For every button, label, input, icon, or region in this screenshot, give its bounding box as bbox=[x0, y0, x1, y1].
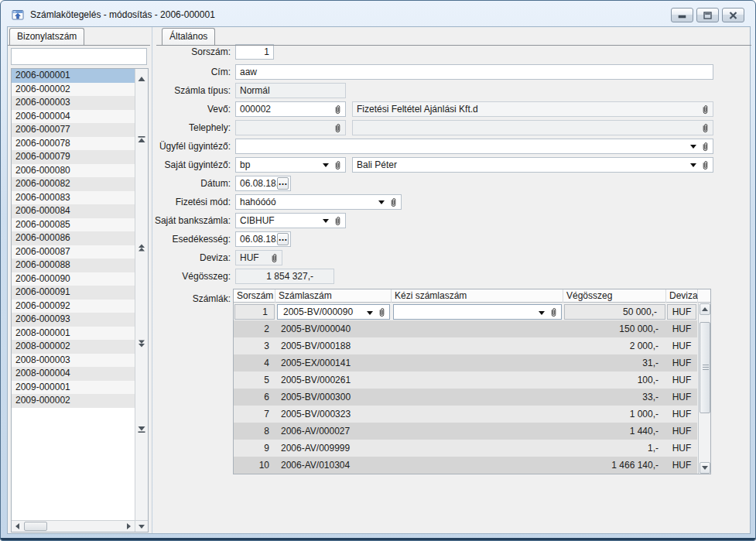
document-list-item[interactable]: 2006-000088 bbox=[12, 259, 135, 272]
list-horizontal-scrollbar[interactable] bbox=[12, 520, 135, 532]
tab-altalanos[interactable]: Általános bbox=[162, 28, 215, 45]
telephely-code-field[interactable] bbox=[235, 120, 346, 135]
document-list-item[interactable]: 2006-000004 bbox=[12, 110, 135, 124]
document-list-item[interactable]: 2006-000077 bbox=[12, 123, 135, 137]
manual-invoice-number-combo[interactable] bbox=[392, 440, 563, 457]
manual-invoice-number-combo[interactable] bbox=[393, 304, 562, 320]
document-list-item[interactable]: 2006-000090 bbox=[12, 272, 135, 286]
document-list-item[interactable]: 2008-000004 bbox=[12, 367, 135, 381]
invoice-number-combo[interactable]: 2006-AV/009999 bbox=[275, 440, 392, 457]
scroll-right-button[interactable] bbox=[124, 522, 134, 531]
invoice-table-row[interactable]: 4 2005-EX/000141 31,- HUF bbox=[234, 354, 697, 372]
invoice-table-row[interactable]: 1 2005-BV/000090 50 000,- HUF bbox=[234, 303, 697, 320]
col-header-deviza[interactable]: Deviza bbox=[666, 289, 698, 303]
document-list-item[interactable]: 2006-000082 bbox=[12, 177, 135, 191]
horizontal-scroll-thumb[interactable] bbox=[24, 522, 47, 531]
invoice-number-combo[interactable]: 2006-AV/000027 bbox=[275, 423, 392, 440]
document-list-item[interactable]: 2006-000083 bbox=[12, 191, 135, 205]
document-list-item[interactable]: 2006-000085 bbox=[12, 218, 135, 232]
minimize-button[interactable] bbox=[671, 8, 693, 22]
invoice-table-row[interactable]: 7 2005-BV/000323 1 000,- HUF bbox=[234, 406, 697, 423]
dropdown-arrow-icon[interactable] bbox=[378, 200, 385, 204]
col-header-szamlaszam[interactable]: Számlaszám bbox=[275, 289, 392, 303]
date-picker-button[interactable]: … bbox=[277, 177, 289, 190]
ugyfel-ugyintezo-combo[interactable] bbox=[235, 139, 713, 154]
attachment-paperclip-icon[interactable] bbox=[271, 253, 278, 263]
attachment-paperclip-icon[interactable] bbox=[378, 307, 385, 317]
dropdown-arrow-icon[interactable] bbox=[690, 163, 696, 167]
col-header-sorszam[interactable]: Sorszám bbox=[234, 289, 275, 303]
document-list-item[interactable]: 2006-000078 bbox=[12, 137, 135, 151]
document-list-item[interactable]: 2006-000080 bbox=[12, 164, 135, 178]
document-list-item[interactable]: 2009-000001 bbox=[12, 381, 135, 395]
maximize-button[interactable] bbox=[696, 8, 719, 22]
table-scroll-down-button[interactable] bbox=[700, 462, 710, 474]
close-button[interactable] bbox=[722, 8, 744, 22]
invoice-number-combo[interactable]: 2005-BV/000261 bbox=[275, 372, 392, 389]
attachment-paperclip-icon[interactable] bbox=[702, 123, 709, 133]
col-header-vegosszeg[interactable]: Végösszeg bbox=[563, 289, 666, 303]
document-list-item[interactable]: 2008-000003 bbox=[12, 354, 135, 368]
invoice-number-combo[interactable]: 2005-EX/000141 bbox=[275, 354, 392, 372]
invoice-table-row[interactable]: 10 2006-AV/010304 1 466 140,- HUF bbox=[234, 457, 697, 474]
document-list-item[interactable]: 2006-000087 bbox=[12, 245, 135, 259]
manual-invoice-number-combo[interactable] bbox=[392, 423, 563, 440]
scroll-left-button[interactable] bbox=[12, 522, 22, 531]
document-list-item[interactable]: 2008-000002 bbox=[12, 340, 135, 354]
document-list-item[interactable]: 2006-000002 bbox=[12, 83, 135, 97]
invoice-table-row[interactable]: 2 2005-BV/000040 150 000,- HUF bbox=[234, 320, 697, 337]
invoice-table-row[interactable]: 8 2006-AV/000027 1 440,- HUF bbox=[234, 423, 697, 440]
dropdown-arrow-icon[interactable] bbox=[323, 163, 329, 167]
invoice-table-row[interactable]: 6 2005-BV/000300 33,- HUF bbox=[234, 389, 697, 406]
attachment-paperclip-icon[interactable] bbox=[550, 307, 557, 317]
manual-invoice-number-combo[interactable] bbox=[392, 372, 563, 389]
invoice-table-scrollbar[interactable] bbox=[698, 303, 710, 474]
attachment-paperclip-icon[interactable] bbox=[334, 160, 341, 170]
vevo-name-field[interactable]: Fizetési Feltétel Ajánlási Kft.d bbox=[352, 101, 713, 117]
sorszam-field[interactable]: 1 bbox=[235, 44, 274, 60]
dropdown-arrow-icon[interactable] bbox=[539, 311, 545, 315]
document-list-item[interactable]: 2006-000086 bbox=[12, 231, 135, 245]
fizetesi-mod-combo[interactable]: hahóóóó bbox=[235, 194, 402, 210]
invoice-number-combo[interactable]: 2005-BV/000323 bbox=[275, 406, 392, 423]
attachment-paperclip-icon[interactable] bbox=[334, 216, 341, 226]
attachment-paperclip-icon[interactable] bbox=[702, 142, 709, 152]
invoice-table-row[interactable]: 5 2005-BV/000261 100,- HUF bbox=[234, 372, 697, 389]
datum-field[interactable]: 06.08.18. … bbox=[235, 176, 291, 191]
invoice-table-row[interactable]: 3 2005-BV/000188 2 000,- HUF bbox=[234, 337, 697, 354]
document-list-item[interactable]: 2006-000079 bbox=[12, 150, 135, 164]
tab-bizonylatszam[interactable]: Bizonylatszám bbox=[9, 28, 84, 45]
telephely-name-field[interactable] bbox=[352, 120, 713, 135]
invoice-number-combo[interactable]: 2005-BV/000188 bbox=[275, 337, 392, 354]
esedekesseg-field[interactable]: 06.08.18. … bbox=[235, 231, 291, 247]
vevo-code-field[interactable]: 000002 bbox=[235, 101, 346, 117]
invoice-table-row[interactable]: 9 2006-AV/009999 1,- HUF bbox=[234, 440, 697, 457]
invoice-number-combo[interactable]: 2005-BV/000300 bbox=[275, 389, 392, 406]
page-down-icon[interactable] bbox=[137, 340, 146, 348]
document-list-item[interactable]: 2006-000084 bbox=[12, 204, 135, 218]
table-scroll-thumb[interactable] bbox=[700, 322, 710, 413]
invoice-number-combo[interactable]: 2005-BV/000090 bbox=[277, 304, 390, 320]
attachment-paperclip-icon[interactable] bbox=[702, 160, 709, 170]
document-list-item[interactable]: 2008-000001 bbox=[12, 327, 135, 341]
deviza-field[interactable]: HUF bbox=[235, 250, 282, 265]
manual-invoice-number-combo[interactable] bbox=[392, 457, 563, 474]
manual-invoice-number-combo[interactable] bbox=[392, 406, 563, 423]
sajat-ugyintezo-code-combo[interactable]: bp bbox=[235, 157, 346, 173]
attachment-paperclip-icon[interactable] bbox=[334, 123, 341, 133]
manual-invoice-number-combo[interactable] bbox=[392, 354, 563, 372]
document-list-item[interactable]: 2006-000093 bbox=[12, 313, 135, 327]
sajat-ugyintezo-name-combo[interactable]: Bali Péter bbox=[352, 157, 713, 173]
document-list-item[interactable]: 2006-000001 bbox=[12, 69, 135, 83]
sajat-bankszamla-combo[interactable]: CIBHUF bbox=[235, 213, 346, 228]
dropdown-arrow-icon[interactable] bbox=[367, 311, 373, 315]
attachment-paperclip-icon[interactable] bbox=[390, 197, 397, 207]
document-list-item[interactable]: 2009-000002 bbox=[12, 394, 135, 408]
document-list-item[interactable]: 2006-000092 bbox=[12, 300, 135, 313]
dropdown-arrow-icon[interactable] bbox=[690, 145, 696, 149]
date-picker-button[interactable]: … bbox=[277, 233, 289, 245]
scroll-down-button[interactable] bbox=[135, 520, 148, 532]
cim-field[interactable]: aaw bbox=[235, 64, 713, 80]
attachment-paperclip-icon[interactable] bbox=[334, 104, 341, 115]
table-scroll-up-button[interactable] bbox=[700, 303, 710, 315]
